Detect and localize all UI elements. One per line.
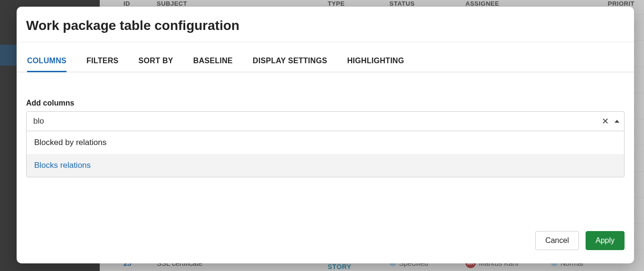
modal-body: Add columns ✕ Blocked by relations Block… [17,72,634,223]
modal-title: Work package table configuration [17,7,634,42]
caret-up-icon[interactable] [615,120,619,123]
add-columns-label: Add columns [26,99,625,107]
tab-baseline[interactable]: BASELINE [193,51,233,72]
option-blocked-by-relations[interactable]: Blocked by relations [27,131,624,154]
tab-sort-by[interactable]: SORT BY [139,51,173,72]
clear-icon[interactable]: ✕ [599,117,612,126]
combobox-control[interactable]: ✕ [26,111,625,131]
cancel-button[interactable]: Cancel [535,231,579,250]
option-blocks-relations[interactable]: Blocks relations [27,154,624,177]
tab-highlighting[interactable]: HIGHLIGHTING [347,51,404,72]
columns-search-input[interactable] [33,116,599,126]
combobox-dropdown: Blocked by relations Blocks relations [26,131,625,177]
tab-filters[interactable]: FILTERS [86,51,119,72]
tab-bar: COLUMNS FILTERS SORT BY BASELINE DISPLAY… [17,51,634,72]
config-modal: Work package table configuration COLUMNS… [17,7,634,263]
columns-combobox: ✕ Blocked by relations Blocks relations [26,111,625,131]
modal-footer: Cancel Apply [17,223,634,263]
tab-columns[interactable]: COLUMNS [27,51,66,72]
tab-display-settings[interactable]: DISPLAY SETTINGS [253,51,327,72]
apply-button[interactable]: Apply [586,231,625,250]
